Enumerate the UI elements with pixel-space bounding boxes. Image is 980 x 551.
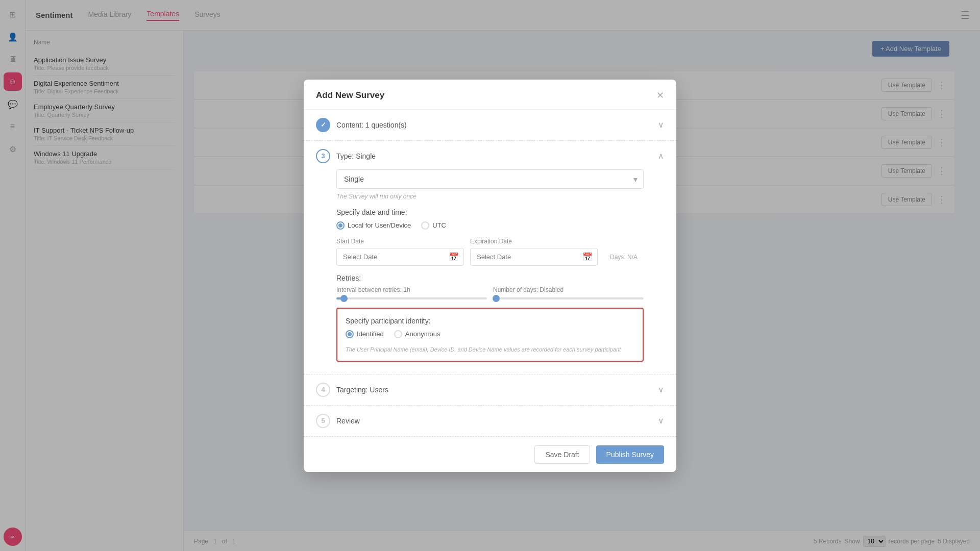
timezone-utc-label: UTC — [432, 221, 446, 229]
modal-body: ✓ Content: 1 question(s) ∨ 3 Type: Singl… — [304, 110, 676, 437]
identity-hint: The User Principal Name (email), Device … — [346, 346, 634, 353]
section-content: ✓ Content: 1 question(s) ∨ — [304, 110, 676, 141]
modal-header: Add New Survey ✕ — [304, 80, 676, 110]
days-badge: Days: N/A — [604, 249, 644, 265]
number-days-slider-track[interactable] — [493, 297, 644, 299]
timezone-utc-option[interactable]: UTC — [421, 221, 446, 230]
start-date-label: Start Date — [336, 238, 464, 245]
start-date-wrapper: 📅 — [336, 248, 464, 266]
identity-identified-option[interactable]: Identified — [346, 330, 384, 338]
modal-overlay[interactable]: Add New Survey ✕ ✓ Content: 1 question(s… — [0, 0, 980, 551]
interval-label: Interval between retries: 1h — [336, 286, 487, 293]
identity-identified-label: Identified — [357, 330, 384, 338]
section-type: 3 Type: Single ∧ Single Recurring Event-… — [304, 141, 676, 374]
section-chevron-3[interactable]: ∧ — [658, 151, 664, 161]
section-review: 5 Review ∨ — [304, 406, 676, 437]
section-chevron-4[interactable]: ∨ — [658, 385, 664, 394]
sliders-container: Interval between retries: 1h Number of d… — [336, 286, 644, 299]
interval-slider-track[interactable] — [336, 297, 487, 299]
section-chevron-5[interactable]: ∨ — [658, 416, 664, 425]
section-num-1: ✓ — [316, 118, 330, 132]
section-label-4: Targeting: Users — [336, 386, 652, 394]
identity-anonymous-option[interactable]: Anonymous — [394, 330, 440, 338]
expiration-date-input[interactable] — [470, 248, 598, 266]
section-label-5: Review — [336, 417, 652, 425]
interval-slider-item: Interval between retries: 1h — [336, 286, 487, 299]
section-chevron-1[interactable]: ∨ — [658, 120, 664, 130]
retries-label: Retries: — [336, 274, 644, 282]
identity-box: Specify participant identity: Identified… — [336, 308, 644, 362]
start-date-input[interactable] — [336, 248, 464, 266]
section-label-1: Content: 1 question(s) — [336, 121, 652, 129]
modal-close-button[interactable]: ✕ — [656, 90, 664, 101]
modal-title: Add New Survey — [316, 90, 384, 101]
expiration-date-wrapper: 📅 — [470, 248, 598, 266]
section-targeting: 4 Targeting: Users ∨ — [304, 374, 676, 406]
type-select[interactable]: Single Recurring Event-triggered — [336, 169, 644, 189]
identity-radio-group: Identified Anonymous — [346, 330, 634, 338]
specify-date-label: Specify date and time: — [336, 208, 644, 216]
timezone-local-radio[interactable] — [336, 221, 345, 230]
date-row: Start Date 📅 Expiration Date 📅 — [336, 238, 644, 266]
section-num-5: 5 — [316, 414, 330, 428]
type-select-wrapper: Single Recurring Event-triggered ▾ — [336, 169, 644, 189]
identity-title: Specify participant identity: — [346, 317, 634, 325]
type-hint: The Survey will run only once — [336, 193, 644, 200]
timezone-local-label: Local for User/Device — [348, 221, 411, 229]
number-days-slider-item: Number of days: Disabled — [493, 286, 644, 299]
section-num-3: 3 — [316, 149, 330, 163]
section-num-4: 4 — [316, 383, 330, 397]
start-date-calendar-icon[interactable]: 📅 — [449, 252, 459, 262]
publish-survey-button[interactable]: Publish Survey — [596, 445, 664, 464]
identity-anonymous-label: Anonymous — [405, 330, 440, 338]
section-type-content: Single Recurring Event-triggered ▾ The S… — [316, 169, 664, 364]
interval-slider-thumb[interactable] — [340, 295, 348, 302]
timezone-utc-radio[interactable] — [421, 221, 429, 230]
identity-anonymous-radio[interactable] — [394, 330, 402, 338]
timezone-radio-group: Local for User/Device UTC — [336, 221, 644, 230]
timezone-local-option[interactable]: Local for User/Device — [336, 221, 411, 230]
modal: Add New Survey ✕ ✓ Content: 1 question(s… — [304, 80, 676, 472]
expiration-date-label: Expiration Date — [470, 238, 598, 245]
number-days-slider-thumb[interactable] — [493, 295, 500, 302]
identity-identified-radio[interactable] — [346, 330, 354, 338]
section-label-3: Type: Single — [336, 152, 652, 160]
number-days-label: Number of days: Disabled — [493, 286, 644, 293]
modal-footer: Save Draft Publish Survey — [304, 437, 676, 472]
start-date-field: Start Date 📅 — [336, 238, 464, 266]
save-draft-button[interactable]: Save Draft — [534, 445, 590, 464]
expiration-date-field: Expiration Date 📅 — [470, 238, 598, 266]
expiration-date-calendar-icon[interactable]: 📅 — [582, 252, 593, 262]
